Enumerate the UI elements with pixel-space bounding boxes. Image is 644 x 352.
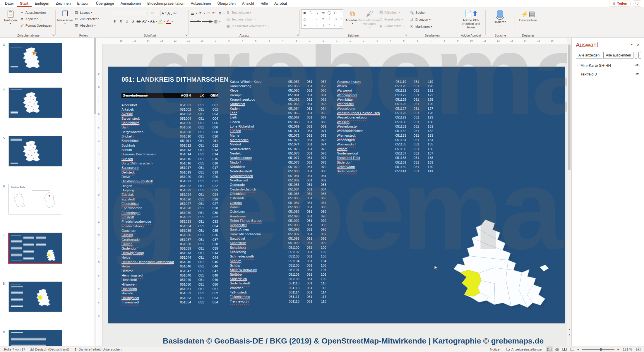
slide-sorter-view-button[interactable] — [553, 346, 561, 352]
accessibility-status[interactable]: Barrierefreiheit: Untersuchen — [71, 346, 124, 352]
shrink-font-button[interactable]: A⌄ — [167, 11, 172, 16]
menu-tab-einfügen[interactable]: Einfügen — [32, 1, 52, 7]
notes-toggle[interactable]: Notizen — [488, 346, 504, 352]
vertical-ruler[interactable]: 9876543210123456789 — [97, 44, 103, 346]
dialog-launcher-icon[interactable]: ⇲ — [52, 34, 54, 37]
copy-button[interactable]: ⧉Kopieren▾ — [20, 16, 52, 22]
slide-thumbnail-4[interactable] — [9, 88, 62, 118]
zoom-slider-thumb[interactable] — [600, 348, 602, 351]
share-button[interactable]: ⬆ Teilen — [609, 1, 631, 7]
schleswig-holstein-map[interactable] — [451, 218, 556, 316]
new-slide-button[interactable]: ❐ Neue Folie▾ — [57, 8, 73, 33]
slide-7-editing-surface[interactable]: 051: LANDKREIS DITHMARSCHEN Gemeindename… — [108, 67, 565, 323]
shape-glyph-icon[interactable]: ∟ — [309, 17, 312, 21]
reset-button[interactable]: ↺Zurücksetzen — [74, 16, 99, 22]
dialog-launcher-icon[interactable]: ⇲ — [405, 34, 407, 37]
slide-thumbnail-6[interactable]: Kreisfreie Städte — [9, 184, 62, 214]
underline-button[interactable]: U — [124, 19, 129, 23]
shape-glyph-icon[interactable]: ▭ — [334, 23, 337, 27]
columns-button[interactable]: ▥ — [213, 19, 218, 24]
menu-tab-entwurf[interactable]: Entwurf — [74, 1, 93, 7]
change-case-button[interactable]: Aa — [150, 19, 155, 23]
shape-glyph-icon[interactable]: ◯ — [328, 11, 331, 15]
align-center-button[interactable]: ≡ — [196, 19, 201, 23]
cut-button[interactable]: ✂Ausschneiden — [20, 10, 52, 16]
adobe-pdf-button[interactable]: 📄⬆ Adobe PDF erstellen und teilen — [458, 8, 484, 29]
shape-glyph-icon[interactable]: ∿ — [303, 23, 306, 27]
comments-icon[interactable]: 🗨 — [633, 0, 641, 7]
shape-glyph-icon[interactable]: ⇩ — [328, 17, 331, 21]
decrease-indent-button[interactable]: ⭲ — [206, 11, 211, 15]
shape-glyph-icon[interactable]: ⌒ — [309, 23, 312, 28]
gallery-scroll[interactable]: ▴▾▽ — [339, 10, 343, 28]
reading-view-button[interactable] — [561, 346, 568, 352]
strikethrough-button[interactable]: ab — [136, 19, 141, 23]
horizontal-ruler[interactable]: 1615141312111098765432101234567891011121… — [97, 38, 567, 44]
canvas-scrollbar[interactable]: ▴ ▾ — [567, 38, 571, 346]
menu-tab-zeichnen[interactable]: Zeichnen — [52, 1, 74, 7]
clear-formatting-button[interactable]: A⃠ — [173, 11, 178, 15]
menu-tab-überprüfen[interactable]: Überprüfen — [214, 1, 239, 7]
align-text-button[interactable]: ▤Text ausrichten▾ — [226, 16, 269, 22]
zoom-slider[interactable] — [582, 349, 614, 350]
shape-glyph-icon[interactable]: ☆ — [328, 23, 331, 27]
shape-glyph-icon[interactable]: { — [316, 23, 318, 27]
italic-button[interactable]: K — [119, 19, 124, 23]
shape-glyph-icon[interactable]: ⇨ — [322, 17, 324, 21]
menu-tab-übergänge[interactable]: Übergänge — [93, 1, 117, 7]
pane-menu-chevron-icon[interactable]: ▾ — [631, 43, 633, 47]
justify-button[interactable]: ☰ — [208, 19, 213, 24]
menu-tab-animationen[interactable]: Animationen — [117, 1, 144, 7]
shape-glyph-icon[interactable]: ◇ — [334, 17, 337, 21]
previous-slide-button[interactable]: ▴ — [567, 327, 571, 332]
menu-tab-start[interactable]: Start — [17, 1, 31, 7]
bullets-button[interactable]: ☰ — [190, 11, 195, 16]
municipality-column-3[interactable]: Volsemenhusen051119051119Wallen051120051… — [337, 79, 433, 174]
dialog-launcher-icon[interactable]: ⇲ — [296, 34, 299, 37]
shape-outline-button[interactable]: □Formkontur▾ — [378, 16, 404, 22]
shape-effects-button[interactable]: ◈Formeffekte▾ — [378, 23, 404, 29]
shape-glyph-icon[interactable]: } — [323, 23, 324, 27]
character-spacing-button[interactable]: AV — [142, 19, 147, 23]
line-spacing-button[interactable]: ⬍ — [217, 11, 222, 16]
slide-thumbnail-8[interactable] — [9, 282, 62, 312]
shape-glyph-icon[interactable]: ▣ — [303, 11, 306, 15]
municipality-column-2[interactable]: Kaiser-Wilhelm-Koog051057051057Karolinen… — [230, 79, 326, 303]
quick-styles-button[interactable]: 🖌 Schnellformat-vorlagen▾ — [362, 8, 377, 33]
show-all-button[interactable]: Alle anzeigen — [576, 52, 602, 59]
font-name-combobox[interactable]: ▾ — [113, 10, 148, 16]
fit-to-window-button[interactable] — [635, 346, 642, 352]
zoom-in-button[interactable]: + — [616, 348, 621, 351]
hide-all-button[interactable]: Alle ausblenden — [603, 52, 633, 59]
selection-item-textfeld-3[interactable]: Textfeld 3 — [576, 72, 640, 76]
align-right-button[interactable]: ⸻ — [202, 19, 207, 24]
grow-font-button[interactable]: A⌃ — [162, 11, 167, 16]
arrange-button[interactable]: ⧉ Anordnen▾ — [345, 8, 360, 33]
align-left-button[interactable]: ⸻ — [190, 19, 195, 24]
shape-glyph-icon[interactable]: △ — [303, 17, 306, 21]
dictate-button[interactable]: Diktieren▾ — [487, 8, 513, 27]
slideshow-view-button[interactable] — [568, 346, 576, 352]
slide-thumbnail-7[interactable] — [9, 233, 62, 263]
menu-tab-hilfe[interactable]: Hilfe — [257, 1, 271, 7]
shape-glyph-icon[interactable]: ▭ — [322, 11, 325, 15]
shape-glyph-icon[interactable]: ∖ — [310, 11, 312, 15]
pane-close-icon[interactable]: ✕ — [637, 43, 640, 47]
shape-fill-button[interactable]: 🩣Fülleffekt▾ — [378, 10, 404, 16]
layout-button[interactable]: ▤Layout▾ — [74, 10, 99, 16]
design-ideas-button[interactable]: ⚡▤ Designideen — [516, 8, 540, 22]
shape-glyph-icon[interactable]: ▢ — [334, 11, 337, 15]
convert-smartart-button[interactable]: ▦In SmartArt konvertieren▾ — [226, 23, 269, 29]
text-direction-button[interactable]: ⇅Textrichtung▾ — [226, 10, 269, 16]
selection-item-mini-karte-sh-hh[interactable]: ▷Mini-Karte SH-HH — [576, 63, 640, 68]
zoom-out-button[interactable]: − — [576, 348, 580, 351]
slide-title[interactable]: 051: LANDKREIS DITHMARSCHEN — [121, 76, 229, 83]
spelling-status[interactable]: Deutsch (Deutschland) — [28, 346, 71, 352]
format-painter-button[interactable]: 🖌Format übertragen — [20, 23, 52, 28]
visibility-eye-icon[interactable] — [635, 63, 640, 67]
section-button[interactable]: ▥Abschnitt▾ — [74, 23, 99, 28]
bring-forward-button[interactable]: ⌃ — [635, 52, 637, 59]
menu-tab-datei[interactable]: Datei — [2, 1, 17, 7]
shapes-gallery[interactable]: ▣∖∖▭◯▢△∟⌐⇨⇩◇∿⌒{}☆▭ ▴▾▽ — [301, 9, 343, 29]
text-shadow-button[interactable]: S — [130, 19, 135, 23]
